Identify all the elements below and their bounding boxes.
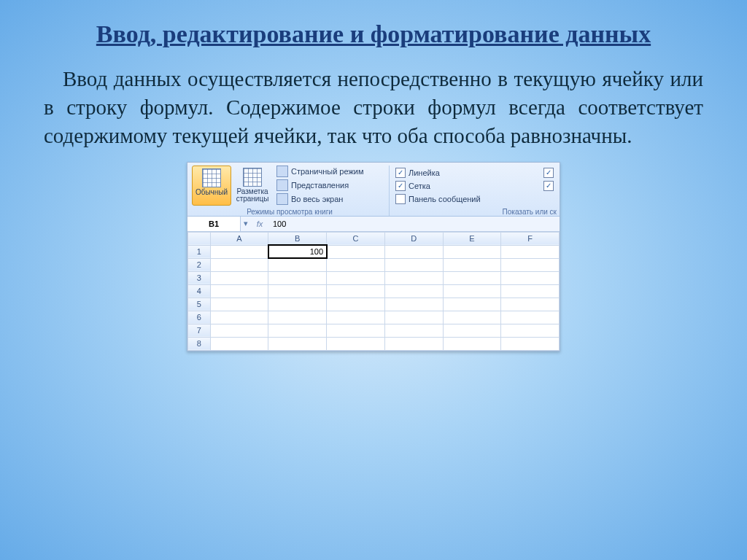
cell[interactable] xyxy=(327,298,385,311)
message-bar-checkbox[interactable]: Панель сообщений xyxy=(395,193,554,205)
cell[interactable] xyxy=(268,284,327,298)
cell[interactable] xyxy=(501,258,560,271)
cell[interactable] xyxy=(327,258,385,271)
fx-label[interactable]: fx xyxy=(251,219,268,228)
view-normal-label: Обычный xyxy=(196,189,228,197)
cell[interactable] xyxy=(501,298,560,311)
cell[interactable] xyxy=(443,298,501,311)
cell[interactable] xyxy=(384,245,443,258)
cell[interactable] xyxy=(268,258,327,271)
excel-screenshot: Обычный Разметка страницы Страничный реж… xyxy=(187,162,560,351)
formula-bar: B1 ▾ fx 100 xyxy=(187,217,560,232)
row-header[interactable]: 8 xyxy=(188,337,211,350)
name-box-dropdown-icon[interactable]: ▾ xyxy=(241,217,251,231)
slide-heading: Ввод, редактирование и форматирование да… xyxy=(44,19,703,50)
cell[interactable] xyxy=(384,298,443,311)
cell[interactable] xyxy=(443,311,501,324)
checkbox-icon xyxy=(395,194,406,204)
page-icon xyxy=(243,168,262,187)
cell[interactable] xyxy=(327,311,385,324)
cell[interactable] xyxy=(268,298,327,311)
fullscreen-button[interactable]: Во весь экран xyxy=(276,193,386,206)
cell[interactable] xyxy=(210,324,268,337)
cell[interactable] xyxy=(384,258,443,271)
views-icon xyxy=(276,179,288,191)
pagebreak-icon xyxy=(276,166,288,177)
ribbon-group-show: Линейка Сетка Панель сообщений Показать … xyxy=(390,166,557,216)
select-all-corner[interactable] xyxy=(188,232,211,245)
cell[interactable] xyxy=(327,284,385,298)
ribbon-group-views: Обычный Разметка страницы Страничный реж… xyxy=(190,166,390,216)
checkbox-icon[interactable] xyxy=(543,168,554,178)
ribbon: Обычный Разметка страницы Страничный реж… xyxy=(187,163,560,217)
spreadsheet-grid[interactable]: ABCDEF11002345678 xyxy=(187,232,560,351)
cell[interactable] xyxy=(384,311,443,324)
row-header[interactable]: 1 xyxy=(188,245,211,258)
cell[interactable] xyxy=(443,258,501,271)
col-header[interactable]: F xyxy=(501,232,560,245)
row-header[interactable]: 6 xyxy=(188,311,211,324)
ruler-checkbox[interactable]: Линейка xyxy=(395,167,475,179)
cell[interactable] xyxy=(501,271,560,284)
slide-paragraph: Ввод данных осуществляется непосредствен… xyxy=(44,65,703,150)
cell[interactable] xyxy=(443,324,501,337)
cell[interactable] xyxy=(384,324,443,337)
col-header[interactable]: C xyxy=(327,232,385,245)
custom-views-button[interactable]: Представления xyxy=(276,179,386,192)
row-header[interactable]: 4 xyxy=(188,284,211,298)
cell[interactable] xyxy=(384,271,443,284)
cell[interactable] xyxy=(501,284,560,298)
cell[interactable] xyxy=(327,245,385,258)
cell[interactable] xyxy=(210,337,268,350)
row-header[interactable]: 2 xyxy=(188,258,211,271)
checkbox-icon xyxy=(395,181,406,191)
view-layout-label: Разметка страницы xyxy=(235,188,270,203)
cell[interactable] xyxy=(327,324,385,337)
checkbox-icon xyxy=(395,168,406,178)
cell[interactable] xyxy=(443,245,501,258)
cell[interactable]: 100 xyxy=(268,245,327,258)
row-header[interactable]: 3 xyxy=(188,271,211,284)
cell[interactable] xyxy=(501,311,560,324)
cell[interactable] xyxy=(210,284,268,298)
col-header[interactable]: A xyxy=(210,232,268,245)
group-show-label: Показать или ск xyxy=(390,208,557,216)
group-views-label: Режимы просмотра книги xyxy=(190,208,389,216)
cell[interactable] xyxy=(384,337,443,350)
view-normal-button[interactable]: Обычный xyxy=(192,166,231,206)
col-header[interactable]: E xyxy=(443,232,501,245)
cell[interactable] xyxy=(327,271,385,284)
grid-icon xyxy=(202,168,221,187)
fullscreen-icon xyxy=(276,193,288,205)
row-header[interactable]: 5 xyxy=(188,298,211,311)
cell[interactable] xyxy=(268,311,327,324)
row-header[interactable]: 7 xyxy=(188,324,211,337)
name-box[interactable]: B1 xyxy=(187,217,241,231)
formula-input[interactable]: 100 xyxy=(268,219,286,228)
cell[interactable] xyxy=(443,271,501,284)
cell[interactable] xyxy=(501,337,560,350)
cell[interactable] xyxy=(210,271,268,284)
cell[interactable] xyxy=(210,298,268,311)
cell[interactable] xyxy=(501,324,560,337)
col-header[interactable]: B xyxy=(268,232,327,245)
cell[interactable] xyxy=(210,258,268,271)
cell[interactable] xyxy=(443,337,501,350)
gridlines-checkbox[interactable]: Сетка xyxy=(395,180,475,192)
cell[interactable] xyxy=(268,337,327,350)
view-page-layout-button[interactable]: Разметка страницы xyxy=(233,166,271,206)
cell[interactable] xyxy=(443,284,501,298)
cell[interactable] xyxy=(327,337,385,350)
col-header[interactable]: D xyxy=(384,232,443,245)
cell[interactable] xyxy=(210,245,268,258)
cell[interactable] xyxy=(384,284,443,298)
cell[interactable] xyxy=(268,271,327,284)
checkbox-icon[interactable] xyxy=(543,181,554,191)
cell[interactable] xyxy=(210,311,268,324)
page-break-preview-button[interactable]: Страничный режим xyxy=(276,166,386,178)
cell[interactable] xyxy=(501,245,560,258)
cell[interactable] xyxy=(268,324,327,337)
